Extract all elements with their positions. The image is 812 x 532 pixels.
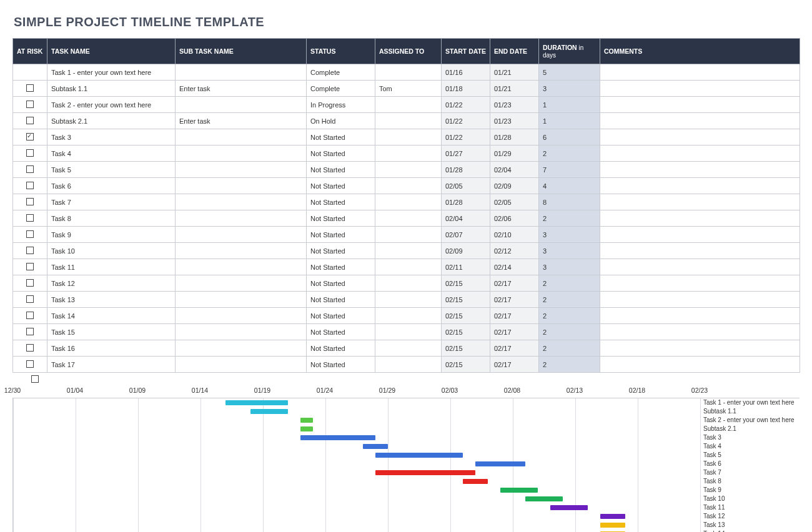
gantt-bar[interactable] (250, 409, 288, 414)
gantt-bar[interactable] (475, 461, 525, 466)
task-name-cell[interactable]: Task 8 (47, 210, 176, 227)
task-name-cell[interactable]: Task 6 (47, 178, 176, 194)
start-date-cell[interactable]: 01/22 (442, 97, 490, 113)
assigned-cell[interactable] (375, 243, 442, 259)
end-date-cell[interactable]: 02/04 (490, 162, 539, 178)
start-date-cell[interactable]: 02/05 (442, 178, 490, 194)
status-cell[interactable]: Not Started (307, 145, 375, 162)
gantt-bar[interactable] (600, 523, 625, 528)
assigned-cell[interactable] (375, 357, 442, 373)
at-risk-checkbox[interactable] (26, 263, 34, 270)
gantt-bar[interactable] (375, 453, 463, 458)
at-risk-checkbox[interactable] (26, 198, 34, 205)
assigned-cell[interactable] (375, 145, 442, 162)
status-cell[interactable]: Not Started (307, 129, 375, 145)
at-risk-checkbox-extra[interactable] (31, 375, 39, 383)
gantt-bar[interactable] (225, 400, 288, 405)
task-name-cell[interactable]: Task 13 (47, 292, 176, 308)
start-date-cell[interactable]: 02/15 (442, 275, 490, 292)
end-date-cell[interactable]: 02/06 (490, 210, 539, 227)
status-cell[interactable]: Not Started (307, 292, 375, 308)
status-cell[interactable]: Not Started (307, 275, 375, 292)
subtask-cell[interactable] (176, 275, 307, 292)
end-date-cell[interactable]: 02/17 (490, 324, 539, 340)
status-cell[interactable]: Not Started (307, 259, 375, 275)
comments-cell[interactable] (600, 145, 800, 162)
start-date-cell[interactable]: 02/11 (442, 259, 490, 275)
task-name-cell[interactable]: Task 9 (47, 227, 176, 243)
start-date-cell[interactable]: 02/15 (442, 308, 490, 324)
task-name-cell[interactable]: Task 10 (47, 243, 176, 259)
comments-cell[interactable] (600, 113, 800, 129)
at-risk-checkbox[interactable] (26, 344, 34, 352)
subtask-cell[interactable] (176, 259, 307, 275)
end-date-cell[interactable]: 02/05 (490, 194, 539, 210)
at-risk-checkbox[interactable] (26, 214, 34, 222)
start-date-cell[interactable]: 01/28 (442, 162, 490, 178)
comments-cell[interactable] (600, 194, 800, 210)
subtask-cell[interactable] (176, 292, 307, 308)
status-cell[interactable]: Not Started (307, 340, 375, 357)
subtask-cell[interactable] (176, 210, 307, 227)
end-date-cell[interactable]: 01/23 (490, 113, 539, 129)
at-risk-checkbox[interactable] (26, 230, 34, 238)
subtask-cell[interactable] (176, 227, 307, 243)
status-cell[interactable]: Not Started (307, 243, 375, 259)
status-cell[interactable]: Complete (307, 81, 375, 97)
subtask-cell[interactable]: Enter task (176, 113, 307, 129)
task-name-cell[interactable]: Task 17 (47, 357, 176, 373)
at-risk-checkbox[interactable] (26, 312, 34, 319)
start-date-cell[interactable]: 02/15 (442, 340, 490, 357)
start-date-cell[interactable]: 01/27 (442, 145, 490, 162)
assigned-cell[interactable] (375, 162, 442, 178)
subtask-cell[interactable] (176, 97, 307, 113)
assigned-cell[interactable] (375, 64, 442, 81)
status-cell[interactable]: Not Started (307, 194, 375, 210)
task-name-cell[interactable]: Task 1 - enter your own text here (47, 64, 176, 81)
comments-cell[interactable] (600, 129, 800, 145)
subtask-cell[interactable]: Enter task (176, 81, 307, 97)
gantt-bar[interactable] (550, 505, 588, 510)
assigned-cell[interactable] (375, 210, 442, 227)
end-date-cell[interactable]: 01/23 (490, 97, 539, 113)
gantt-bar[interactable] (300, 435, 375, 440)
assigned-cell[interactable] (375, 324, 442, 340)
end-date-cell[interactable]: 02/10 (490, 227, 539, 243)
subtask-cell[interactable] (176, 357, 307, 373)
gantt-bar[interactable] (300, 418, 313, 423)
start-date-cell[interactable]: 02/07 (442, 227, 490, 243)
status-cell[interactable]: Not Started (307, 357, 375, 373)
start-date-cell[interactable]: 01/16 (442, 64, 490, 81)
assigned-cell[interactable] (375, 340, 442, 357)
subtask-cell[interactable] (176, 194, 307, 210)
task-name-cell[interactable]: Task 3 (47, 129, 176, 145)
comments-cell[interactable] (600, 308, 800, 324)
end-date-cell[interactable]: 02/09 (490, 178, 539, 194)
task-name-cell[interactable]: Task 14 (47, 308, 176, 324)
subtask-cell[interactable] (176, 64, 307, 81)
subtask-cell[interactable] (176, 129, 307, 145)
comments-cell[interactable] (600, 292, 800, 308)
gantt-bar[interactable] (500, 488, 538, 493)
status-cell[interactable]: In Progress (307, 97, 375, 113)
at-risk-checkbox[interactable] (26, 117, 34, 124)
gantt-bar[interactable] (363, 444, 388, 449)
task-name-cell[interactable]: Subtask 1.1 (47, 81, 176, 97)
assigned-cell[interactable] (375, 275, 442, 292)
assigned-cell[interactable] (375, 194, 442, 210)
comments-cell[interactable] (600, 97, 800, 113)
at-risk-checkbox[interactable] (26, 360, 34, 368)
at-risk-checkbox[interactable] (26, 165, 34, 173)
end-date-cell[interactable]: 02/17 (490, 340, 539, 357)
assigned-cell[interactable] (375, 97, 442, 113)
status-cell[interactable]: Complete (307, 64, 375, 81)
at-risk-checkbox[interactable] (26, 279, 34, 287)
start-date-cell[interactable]: 01/22 (442, 129, 490, 145)
at-risk-checkbox[interactable] (26, 328, 34, 335)
start-date-cell[interactable]: 01/18 (442, 81, 490, 97)
end-date-cell[interactable]: 02/17 (490, 292, 539, 308)
assigned-cell[interactable] (375, 129, 442, 145)
task-name-cell[interactable]: Subtask 2.1 (47, 113, 176, 129)
comments-cell[interactable] (600, 324, 800, 340)
start-date-cell[interactable]: 02/15 (442, 324, 490, 340)
